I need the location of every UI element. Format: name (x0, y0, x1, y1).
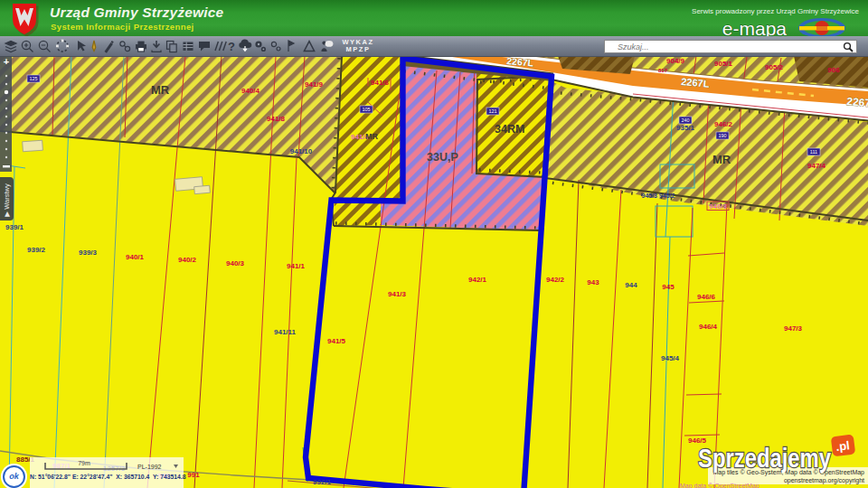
svg-text:MR: MR (365, 132, 378, 141)
svg-text:940/1: 940/1 (126, 253, 145, 261)
svg-text:MR: MR (151, 83, 170, 97)
svg-text:?: ? (228, 40, 235, 53)
svg-text:947/4: 947/4 (807, 162, 826, 170)
svg-text:946/4: 946/4 (699, 323, 718, 331)
svg-text:941/10: 941/10 (290, 147, 313, 155)
svg-text:905/2: 905/2 (765, 63, 784, 71)
svg-text:945/3 945/2: 945/3 945/2 (642, 192, 675, 199)
svg-text:992/1: 992/1 (313, 478, 332, 486)
svg-text:941/11: 941/11 (274, 328, 297, 336)
svg-text:904/9: 904/9 (666, 57, 685, 65)
svg-text:939/2: 939/2 (27, 246, 46, 254)
svg-text:941/9: 941/9 (305, 80, 324, 89)
svg-text:240: 240 (681, 117, 689, 123)
svg-text:941/1: 941/1 (287, 262, 306, 270)
svg-text:905/1: 905/1 (714, 60, 733, 68)
svg-text:33U,P: 33U,P (427, 151, 458, 164)
svg-text:105: 105 (362, 107, 370, 112)
svg-text:111: 111 (810, 149, 817, 155)
svg-text:MR: MR (712, 153, 731, 166)
svg-text:PL-1992: PL-1992 (137, 464, 162, 470)
svg-text:944: 944 (625, 281, 637, 289)
svg-text:939/3: 939/3 (79, 249, 98, 257)
svg-text:190: 190 (718, 133, 726, 138)
svg-text:946/2: 946/2 (714, 120, 733, 128)
svg-text:Sprzedajemy: Sprzedajemy (698, 443, 831, 473)
svg-text:940/2: 940/2 (178, 256, 197, 264)
svg-text:+: + (4, 56, 9, 67)
svg-text:34RM: 34RM (495, 123, 524, 136)
svg-text:946/6: 946/6 (697, 293, 716, 301)
svg-text:121: 121 (488, 108, 496, 114)
svg-text:79m: 79m (78, 460, 90, 466)
svg-text:947/3: 947/3 (784, 324, 803, 333)
svg-text:817: 817 (658, 68, 668, 73)
svg-text:942/1: 942/1 (468, 276, 487, 284)
svg-text:945: 945 (662, 283, 675, 291)
svg-text:945/4: 945/4 (661, 354, 680, 362)
svg-text:940/4: 940/4 (241, 87, 260, 95)
svg-text:935/1: 935/1 (676, 124, 695, 132)
svg-text:906: 906 (827, 66, 840, 74)
svg-text:943: 943 (587, 278, 599, 286)
svg-text:941/8: 941/8 (267, 115, 286, 123)
svg-text:941/3: 941/3 (388, 290, 407, 298)
svg-text:940/3: 940/3 (226, 259, 245, 267)
svg-text:941/6: 941/6 (371, 79, 390, 87)
svg-text:941/5: 941/5 (327, 337, 346, 345)
svg-text:942/2: 942/2 (546, 276, 565, 284)
svg-text:125: 125 (29, 76, 37, 81)
svg-text:.pl: .pl (835, 438, 851, 454)
svg-text:946/3: 946/3 (709, 202, 728, 211)
